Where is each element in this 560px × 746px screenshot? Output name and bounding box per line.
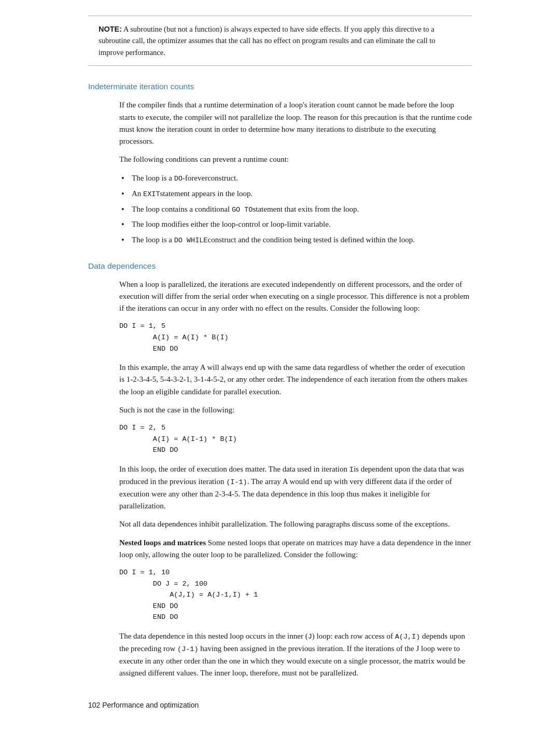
bullet-list: The loop is a DO-foreverconstruct. An EX… [119, 172, 472, 246]
note-box: NOTE: A subroutine (but not a function) … [88, 16, 472, 66]
section2-para5: Not all data dependences inhibit paralle… [119, 518, 472, 530]
nested-bold: Nested loops and matrices [119, 538, 206, 547]
code-inline: J [308, 633, 312, 641]
section1-para2: The following conditions can prevent a r… [119, 154, 472, 165]
code-block-2: DO I = 2, 5 A(I) = A(I-1) * B(I) END DO [119, 422, 472, 456]
code-inline: EXIT [143, 190, 160, 198]
code-inline: A(J,I) [395, 633, 421, 641]
list-item: An EXITstatement appears in the loop. [119, 188, 472, 200]
list-item: The loop modifies either the loop-contro… [119, 218, 472, 230]
code-inline: (I-1) [226, 478, 247, 486]
page-footer: 102 Performance and optimization [88, 700, 472, 711]
section-heading-data-dependences: Data dependences [88, 260, 472, 272]
code-inline: I [349, 466, 354, 474]
section1-para1: If the compiler finds that a runtime det… [119, 99, 472, 147]
code-block-3: DO I = 1, 10 DO J = 2, 100 A(J,I) = A(J-… [119, 567, 472, 623]
code-inline: (J-1) [177, 645, 199, 653]
section-indeterminate: Indeterminate iteration counts If the co… [88, 80, 472, 246]
page-container: NOTE: A subroutine (but not a function) … [57, 0, 503, 742]
note-text: A subroutine (but not a function) is alw… [99, 25, 436, 57]
code-block-1: DO I = 1, 5 A(I) = A(I) * B(I) END DO [119, 321, 472, 354]
list-item: The loop is a DO WHILEconstruct and the … [119, 234, 472, 246]
code-inline: DO WHILE [174, 237, 208, 244]
code-inline: DO [174, 175, 183, 183]
section2-para4: In this loop, the order of execution doe… [119, 463, 472, 512]
code-inline: GO TO [232, 206, 253, 214]
list-item: The loop is a DO-foreverconstruct. [119, 172, 472, 185]
section-heading-indeterminate: Indeterminate iteration counts [88, 80, 472, 93]
section2-para2: In this example, the array A will always… [119, 362, 472, 398]
note-label: NOTE: [99, 25, 122, 33]
section2-nested-heading: Nested loops and matrices Some nested lo… [119, 537, 472, 561]
list-item: The loop contains a conditional GO TOsta… [119, 203, 472, 216]
section-data-dependences: Data dependences When a loop is parallel… [88, 260, 472, 680]
section2-para1: When a loop is parallelized, the iterati… [119, 279, 472, 315]
section2-para6: The data dependence in this nested loop … [119, 630, 472, 679]
section2-para3: Such is not the case in the following: [119, 404, 472, 416]
